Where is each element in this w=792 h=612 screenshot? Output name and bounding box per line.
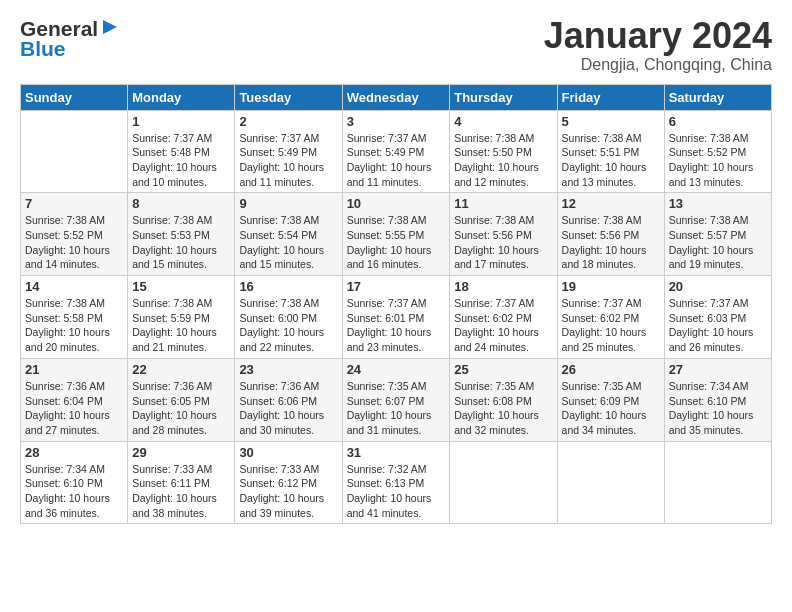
day-info: Sunrise: 7:37 AMSunset: 6:03 PMDaylight:… <box>669 296 767 355</box>
calendar-cell: 21Sunrise: 7:36 AMSunset: 6:04 PMDayligh… <box>21 358 128 441</box>
calendar-cell: 2Sunrise: 7:37 AMSunset: 5:49 PMDaylight… <box>235 110 342 193</box>
day-number: 3 <box>347 114 446 129</box>
day-number: 5 <box>562 114 660 129</box>
calendar-cell <box>557 441 664 524</box>
day-info: Sunrise: 7:36 AMSunset: 6:05 PMDaylight:… <box>132 379 230 438</box>
logo: General Blue <box>20 16 119 59</box>
day-number: 18 <box>454 279 552 294</box>
day-number: 19 <box>562 279 660 294</box>
location: Dengjia, Chongqing, China <box>544 56 772 74</box>
day-info: Sunrise: 7:38 AMSunset: 5:56 PMDaylight:… <box>562 213 660 272</box>
day-number: 15 <box>132 279 230 294</box>
calendar-cell: 4Sunrise: 7:38 AMSunset: 5:50 PMDaylight… <box>450 110 557 193</box>
day-info: Sunrise: 7:38 AMSunset: 5:54 PMDaylight:… <box>239 213 337 272</box>
day-of-week-header: Monday <box>128 84 235 110</box>
svg-marker-0 <box>103 20 117 34</box>
calendar-cell: 9Sunrise: 7:38 AMSunset: 5:54 PMDaylight… <box>235 193 342 276</box>
day-info: Sunrise: 7:38 AMSunset: 5:50 PMDaylight:… <box>454 131 552 190</box>
day-number: 17 <box>347 279 446 294</box>
calendar-cell: 16Sunrise: 7:38 AMSunset: 6:00 PMDayligh… <box>235 276 342 359</box>
calendar-cell: 26Sunrise: 7:35 AMSunset: 6:09 PMDayligh… <box>557 358 664 441</box>
day-info: Sunrise: 7:38 AMSunset: 5:52 PMDaylight:… <box>669 131 767 190</box>
calendar-cell: 28Sunrise: 7:34 AMSunset: 6:10 PMDayligh… <box>21 441 128 524</box>
day-of-week-header: Friday <box>557 84 664 110</box>
calendar-cell: 19Sunrise: 7:37 AMSunset: 6:02 PMDayligh… <box>557 276 664 359</box>
day-number: 30 <box>239 445 337 460</box>
day-info: Sunrise: 7:38 AMSunset: 5:56 PMDaylight:… <box>454 213 552 272</box>
calendar-cell: 23Sunrise: 7:36 AMSunset: 6:06 PMDayligh… <box>235 358 342 441</box>
day-of-week-header: Thursday <box>450 84 557 110</box>
day-number: 2 <box>239 114 337 129</box>
day-number: 14 <box>25 279 123 294</box>
calendar-cell <box>21 110 128 193</box>
month-title: January 2024 <box>544 16 772 56</box>
calendar-cell: 14Sunrise: 7:38 AMSunset: 5:58 PMDayligh… <box>21 276 128 359</box>
calendar-cell: 25Sunrise: 7:35 AMSunset: 6:08 PMDayligh… <box>450 358 557 441</box>
day-number: 11 <box>454 196 552 211</box>
day-number: 7 <box>25 196 123 211</box>
calendar-cell: 8Sunrise: 7:38 AMSunset: 5:53 PMDaylight… <box>128 193 235 276</box>
calendar-cell: 17Sunrise: 7:37 AMSunset: 6:01 PMDayligh… <box>342 276 450 359</box>
day-info: Sunrise: 7:35 AMSunset: 6:09 PMDaylight:… <box>562 379 660 438</box>
day-number: 20 <box>669 279 767 294</box>
logo-arrow-icon <box>101 18 119 40</box>
day-number: 31 <box>347 445 446 460</box>
calendar-cell: 7Sunrise: 7:38 AMSunset: 5:52 PMDaylight… <box>21 193 128 276</box>
calendar-cell: 20Sunrise: 7:37 AMSunset: 6:03 PMDayligh… <box>664 276 771 359</box>
day-info: Sunrise: 7:37 AMSunset: 6:02 PMDaylight:… <box>562 296 660 355</box>
calendar-cell: 12Sunrise: 7:38 AMSunset: 5:56 PMDayligh… <box>557 193 664 276</box>
calendar-cell: 11Sunrise: 7:38 AMSunset: 5:56 PMDayligh… <box>450 193 557 276</box>
day-of-week-header: Sunday <box>21 84 128 110</box>
day-number: 9 <box>239 196 337 211</box>
day-info: Sunrise: 7:38 AMSunset: 5:57 PMDaylight:… <box>669 213 767 272</box>
day-info: Sunrise: 7:38 AMSunset: 5:51 PMDaylight:… <box>562 131 660 190</box>
day-info: Sunrise: 7:37 AMSunset: 5:49 PMDaylight:… <box>239 131 337 190</box>
calendar-cell: 31Sunrise: 7:32 AMSunset: 6:13 PMDayligh… <box>342 441 450 524</box>
day-info: Sunrise: 7:32 AMSunset: 6:13 PMDaylight:… <box>347 462 446 521</box>
calendar-cell: 15Sunrise: 7:38 AMSunset: 5:59 PMDayligh… <box>128 276 235 359</box>
calendar-cell: 3Sunrise: 7:37 AMSunset: 5:49 PMDaylight… <box>342 110 450 193</box>
calendar-week-row: 1Sunrise: 7:37 AMSunset: 5:48 PMDaylight… <box>21 110 772 193</box>
day-number: 10 <box>347 196 446 211</box>
day-of-week-header: Wednesday <box>342 84 450 110</box>
day-info: Sunrise: 7:38 AMSunset: 6:00 PMDaylight:… <box>239 296 337 355</box>
day-info: Sunrise: 7:37 AMSunset: 6:01 PMDaylight:… <box>347 296 446 355</box>
day-number: 22 <box>132 362 230 377</box>
day-info: Sunrise: 7:37 AMSunset: 6:02 PMDaylight:… <box>454 296 552 355</box>
calendar-cell <box>664 441 771 524</box>
day-number: 27 <box>669 362 767 377</box>
day-info: Sunrise: 7:33 AMSunset: 6:12 PMDaylight:… <box>239 462 337 521</box>
calendar-cell: 10Sunrise: 7:38 AMSunset: 5:55 PMDayligh… <box>342 193 450 276</box>
day-of-week-header: Saturday <box>664 84 771 110</box>
day-number: 12 <box>562 196 660 211</box>
day-info: Sunrise: 7:37 AMSunset: 5:48 PMDaylight:… <box>132 131 230 190</box>
calendar-page: General Blue January 2024 Dengjia, Chong… <box>0 0 792 534</box>
day-number: 6 <box>669 114 767 129</box>
calendar-week-row: 14Sunrise: 7:38 AMSunset: 5:58 PMDayligh… <box>21 276 772 359</box>
calendar-cell: 13Sunrise: 7:38 AMSunset: 5:57 PMDayligh… <box>664 193 771 276</box>
day-info: Sunrise: 7:35 AMSunset: 6:08 PMDaylight:… <box>454 379 552 438</box>
calendar-week-row: 7Sunrise: 7:38 AMSunset: 5:52 PMDaylight… <box>21 193 772 276</box>
calendar-cell: 1Sunrise: 7:37 AMSunset: 5:48 PMDaylight… <box>128 110 235 193</box>
calendar-cell: 5Sunrise: 7:38 AMSunset: 5:51 PMDaylight… <box>557 110 664 193</box>
day-number: 29 <box>132 445 230 460</box>
calendar-cell: 22Sunrise: 7:36 AMSunset: 6:05 PMDayligh… <box>128 358 235 441</box>
day-info: Sunrise: 7:37 AMSunset: 5:49 PMDaylight:… <box>347 131 446 190</box>
calendar-week-row: 28Sunrise: 7:34 AMSunset: 6:10 PMDayligh… <box>21 441 772 524</box>
day-info: Sunrise: 7:35 AMSunset: 6:07 PMDaylight:… <box>347 379 446 438</box>
calendar-cell: 27Sunrise: 7:34 AMSunset: 6:10 PMDayligh… <box>664 358 771 441</box>
header: General Blue January 2024 Dengjia, Chong… <box>20 16 772 74</box>
day-info: Sunrise: 7:33 AMSunset: 6:11 PMDaylight:… <box>132 462 230 521</box>
day-number: 16 <box>239 279 337 294</box>
calendar-week-row: 21Sunrise: 7:36 AMSunset: 6:04 PMDayligh… <box>21 358 772 441</box>
title-block: January 2024 Dengjia, Chongqing, China <box>544 16 772 74</box>
day-of-week-header: Tuesday <box>235 84 342 110</box>
day-info: Sunrise: 7:36 AMSunset: 6:04 PMDaylight:… <box>25 379 123 438</box>
day-info: Sunrise: 7:38 AMSunset: 5:59 PMDaylight:… <box>132 296 230 355</box>
logo-blue-text: Blue <box>20 38 66 59</box>
day-number: 13 <box>669 196 767 211</box>
day-number: 4 <box>454 114 552 129</box>
calendar-cell: 18Sunrise: 7:37 AMSunset: 6:02 PMDayligh… <box>450 276 557 359</box>
calendar-cell: 29Sunrise: 7:33 AMSunset: 6:11 PMDayligh… <box>128 441 235 524</box>
calendar-cell <box>450 441 557 524</box>
